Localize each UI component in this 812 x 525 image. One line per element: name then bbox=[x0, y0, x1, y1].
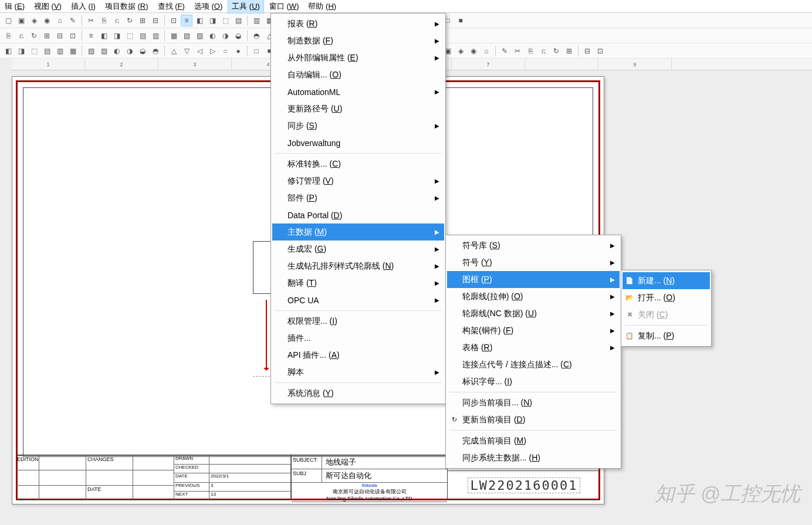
toolbar-btn-2-13[interactable]: ▽ bbox=[181, 45, 192, 57]
masterdata-item-0[interactable]: 符号库 (S)▶ bbox=[447, 237, 620, 254]
toolbar-btn-1-1[interactable]: ⎌ bbox=[15, 30, 27, 42]
masterdata-item-11[interactable]: ↻更新当前项目 (D) bbox=[447, 411, 620, 428]
tools-item-9[interactable]: 标准转换... (C) bbox=[272, 155, 444, 172]
toolbar-btn-0-18[interactable]: ▥ bbox=[251, 15, 262, 26]
toolbar-btn-2-8[interactable]: ◐ bbox=[111, 45, 123, 57]
tools-item-22[interactable]: 脚本▶ bbox=[272, 364, 444, 381]
toolbar-btn-2-5[interactable]: ▦ bbox=[67, 45, 79, 57]
tools-item-14[interactable]: 生成宏 (G)▶ bbox=[272, 241, 444, 258]
toolbar-btn-0-7[interactable]: ⎘ bbox=[98, 15, 110, 26]
toolbar-btn-2-3[interactable]: ▤ bbox=[41, 45, 53, 57]
menu-f[interactable]: 查找 (F) bbox=[154, 0, 188, 13]
tools-item-15[interactable]: 生成钻孔排列样式/轮廓线 (N)▶ bbox=[272, 258, 444, 275]
toolbar-btn-2-37[interactable]: ✂ bbox=[512, 45, 523, 57]
tools-item-12[interactable]: Data Portal (D) bbox=[272, 206, 444, 223]
toolbar-btn-0-0[interactable]: ▢ bbox=[2, 15, 14, 26]
toolbar-btn-0-8[interactable]: ⎌ bbox=[111, 15, 123, 26]
masterdata-item-1[interactable]: 符号 (Y)▶ bbox=[447, 254, 620, 271]
toolbar-btn-1-11[interactable]: ▥ bbox=[150, 30, 161, 42]
toolbar-btn-2-0[interactable]: ◧ bbox=[2, 45, 14, 57]
toolbar-btn-1-0[interactable]: ⎘ bbox=[2, 30, 14, 42]
tools-item-4[interactable]: AutomationML▶ bbox=[272, 83, 444, 100]
masterdata-item-14[interactable]: 同步系统主数据... (H) bbox=[447, 449, 620, 466]
toolbar-btn-2-11[interactable]: ◓ bbox=[150, 45, 161, 57]
toolbar-btn-0-14[interactable]: ◧ bbox=[194, 15, 205, 26]
toolbar-btn-1-4[interactable]: ⊟ bbox=[54, 30, 66, 42]
toolbar-btn-1-17[interactable]: ◒ bbox=[232, 30, 244, 42]
tools-item-2[interactable]: 从外部编辑属性 (E)▶ bbox=[272, 49, 444, 66]
toolbar-btn-1-15[interactable]: ◐ bbox=[207, 30, 218, 42]
toolbar-btn-2-14[interactable]: ◁ bbox=[194, 45, 205, 57]
toolbar-btn-0-12[interactable]: ⊡ bbox=[168, 15, 180, 26]
tools-item-0[interactable]: 报表 (R)▶ bbox=[272, 15, 444, 32]
tools-item-6[interactable]: 同步 (S)▶ bbox=[272, 117, 444, 134]
toolbar-btn-1-12[interactable]: ▦ bbox=[168, 30, 180, 42]
toolbar-btn-2-38[interactable]: ⎘ bbox=[525, 45, 536, 57]
tools-item-17[interactable]: OPC UA▶ bbox=[272, 292, 444, 309]
menu-w[interactable]: 窗口 (W) bbox=[266, 0, 303, 13]
masterdata-item-8[interactable]: 标识字母... (I) bbox=[447, 373, 620, 390]
toolbar-btn-2-9[interactable]: ◑ bbox=[124, 45, 136, 57]
tools-item-5[interactable]: 更新路径号 (U) bbox=[272, 100, 444, 117]
toolbar-btn-1-10[interactable]: ▤ bbox=[137, 30, 148, 42]
toolbar-btn-2-43[interactable]: ⊡ bbox=[594, 45, 606, 57]
masterdata-item-7[interactable]: 连接点代号 / 连接点描述... (C) bbox=[447, 356, 620, 373]
plotframe-item-4[interactable]: 📋复制... (P) bbox=[622, 327, 710, 344]
tools-item-13[interactable]: 主数据 (M)▶ bbox=[272, 223, 444, 241]
toolbar-btn-2-36[interactable]: ✎ bbox=[499, 45, 510, 57]
tools-item-11[interactable]: 部件 (P)▶ bbox=[272, 189, 444, 206]
toolbar-btn-1-18[interactable]: ◓ bbox=[251, 30, 262, 42]
toolbar-btn-2-41[interactable]: ⊞ bbox=[563, 45, 575, 57]
menu-r[interactable]: 项目数据 (R) bbox=[102, 0, 152, 13]
plotframe-item-1[interactable]: 📂打开... (O) bbox=[622, 289, 710, 306]
toolbar-btn-1-13[interactable]: ▧ bbox=[181, 30, 192, 42]
toolbar-btn-0-6[interactable]: ✂ bbox=[85, 15, 97, 26]
masterdata-item-6[interactable]: 表格 (R)▶ bbox=[447, 339, 620, 356]
toolbar-btn-2-1[interactable]: ◨ bbox=[15, 45, 27, 57]
toolbar-btn-0-15[interactable]: ◨ bbox=[207, 15, 218, 26]
toolbar-btn-2-35[interactable]: ⌂ bbox=[481, 45, 492, 57]
toolbar-btn-2-6[interactable]: ▧ bbox=[85, 45, 97, 57]
tools-item-21[interactable]: API 插件... (A) bbox=[272, 347, 444, 364]
toolbar-btn-1-16[interactable]: ◑ bbox=[219, 30, 231, 42]
toolbar-btn-0-2[interactable]: ◈ bbox=[28, 15, 40, 26]
tools-item-16[interactable]: 翻译 (T)▶ bbox=[272, 275, 444, 292]
toolbar-btn-2-15[interactable]: ▷ bbox=[207, 45, 218, 57]
toolbar-btn-0-1[interactable]: ▣ bbox=[15, 15, 27, 26]
toolbar-btn-0-11[interactable]: ⊟ bbox=[150, 15, 161, 26]
toolbar-btn-2-39[interactable]: ⎌ bbox=[537, 45, 549, 57]
toolbar-btn-0-16[interactable]: ⬚ bbox=[219, 15, 231, 26]
menu-h[interactable]: 帮助 (H) bbox=[304, 0, 340, 13]
masterdata-item-3[interactable]: 轮廓线(拉伸) (O)▶ bbox=[447, 288, 620, 305]
menu-o[interactable]: 选项 (O) bbox=[191, 0, 226, 13]
menu-e[interactable]: 辑 (E) bbox=[1, 0, 28, 13]
masterdata-item-10[interactable]: 同步当前项目... (N) bbox=[447, 394, 620, 411]
toolbar-btn-2-12[interactable]: △ bbox=[168, 45, 180, 57]
toolbar-btn-1-9[interactable]: ⬚ bbox=[124, 30, 136, 42]
masterdata-item-5[interactable]: 构架(铜件) (F)▶ bbox=[447, 322, 620, 339]
masterdata-item-2[interactable]: 图框 (P)▶ bbox=[447, 271, 620, 288]
tools-item-3[interactable]: 自动编辑... (O) bbox=[272, 66, 444, 83]
toolbar-btn-1-14[interactable]: ▨ bbox=[194, 30, 205, 42]
menu-v[interactable]: 视图 (V) bbox=[31, 0, 65, 13]
toolbar-btn-2-7[interactable]: ▨ bbox=[98, 45, 110, 57]
menu-i[interactable]: 插入 (I) bbox=[67, 0, 99, 13]
masterdata-item-13[interactable]: 完成当前项目 (M) bbox=[447, 432, 620, 449]
toolbar-btn-2-10[interactable]: ◒ bbox=[137, 45, 148, 57]
toolbar-btn-0-13[interactable]: ≡ bbox=[181, 15, 192, 26]
toolbar-btn-0-9[interactable]: ↻ bbox=[124, 15, 136, 26]
tools-item-10[interactable]: 修订管理 (V)▶ bbox=[272, 172, 444, 189]
toolbar-btn-2-16[interactable]: ○ bbox=[219, 45, 231, 57]
toolbar-btn-1-8[interactable]: ◨ bbox=[111, 30, 123, 42]
toolbar-btn-1-2[interactable]: ↻ bbox=[28, 30, 40, 42]
toolbar-btn-1-6[interactable]: ≡ bbox=[85, 30, 97, 42]
toolbar-btn-2-34[interactable]: ◉ bbox=[468, 45, 479, 57]
tools-item-20[interactable]: 插件... bbox=[272, 330, 444, 347]
toolbar-btn-0-3[interactable]: ◉ bbox=[41, 15, 53, 26]
tools-item-19[interactable]: 权限管理... (I) bbox=[272, 313, 444, 330]
toolbar-btn-0-33[interactable]: ■ bbox=[455, 15, 466, 26]
toolbar-btn-2-42[interactable]: ⊟ bbox=[581, 45, 593, 57]
toolbar-btn-0-17[interactable]: ▤ bbox=[232, 15, 244, 26]
toolbar-btn-0-4[interactable]: ⌂ bbox=[54, 15, 66, 26]
plotframe-item-0[interactable]: 📄新建... (N) bbox=[622, 272, 710, 289]
